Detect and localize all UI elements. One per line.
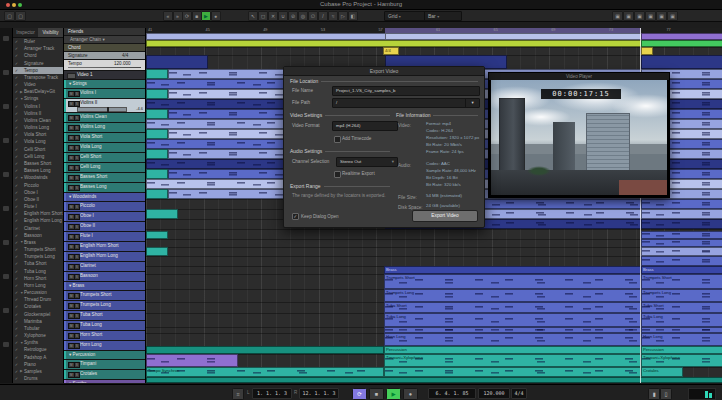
rail-icon[interactable] bbox=[3, 274, 9, 279]
track-header[interactable]: MSTrumpets Short bbox=[64, 291, 145, 301]
line-tool[interactable]: ≈ bbox=[328, 11, 338, 21]
clip[interactable]: Tuba Long bbox=[641, 313, 722, 327]
clip[interactable] bbox=[641, 239, 722, 247]
clip[interactable] bbox=[384, 327, 641, 333]
clip[interactable]: Horn Long bbox=[384, 333, 641, 346]
visibility-item[interactable]: ✓Chord bbox=[13, 52, 63, 59]
track-header[interactable]: Tempo120.000 bbox=[64, 60, 145, 71]
visibility-item[interactable]: ✓Tubular bbox=[13, 325, 63, 332]
play-tool[interactable]: ▷ bbox=[338, 11, 348, 21]
track-header[interactable]: MSTuba Long bbox=[64, 321, 145, 331]
object-selection-tool[interactable]: ↖ bbox=[248, 11, 258, 21]
tab-inspector[interactable]: Inspector bbox=[13, 28, 38, 37]
track-header[interactable]: MSCelli Short bbox=[64, 153, 145, 163]
track-header[interactable]: ▾ Woodwinds bbox=[64, 193, 145, 202]
visibility-item[interactable]: ✓Ruler bbox=[13, 38, 63, 45]
rail-icon[interactable] bbox=[3, 172, 9, 177]
play-button[interactable]: ▶ bbox=[386, 388, 401, 400]
left-locator-display[interactable]: 1. 1. 1. 3 bbox=[252, 388, 292, 399]
clip[interactable] bbox=[641, 40, 722, 47]
visibility-item[interactable]: ✓Tuba Short bbox=[13, 260, 63, 267]
track-header[interactable]: ▾ Strings bbox=[64, 80, 145, 89]
position-display[interactable]: 6. 4. 1. 85 bbox=[428, 388, 476, 399]
visibility-item[interactable]: ✓Crotales bbox=[13, 303, 63, 310]
visibility-item[interactable]: ✓Arranger Track bbox=[13, 45, 63, 52]
track-header[interactable]: Arranger Chain ▾ bbox=[64, 36, 145, 44]
visibility-item[interactable]: ✓Tempo bbox=[13, 67, 63, 74]
clip[interactable]: Tuba Short bbox=[641, 302, 722, 313]
tempo-display[interactable]: 120.000 bbox=[478, 388, 510, 399]
track-header[interactable]: Friends bbox=[64, 28, 145, 36]
visibility-item[interactable]: ✓▼Percussion bbox=[13, 289, 63, 296]
clip[interactable] bbox=[146, 179, 286, 189]
snap-type-button[interactable]: ▣ bbox=[623, 11, 634, 21]
track-header[interactable]: MSViolins Long bbox=[64, 123, 145, 133]
rewind-button[interactable]: « bbox=[163, 11, 173, 21]
clip[interactable] bbox=[146, 149, 168, 159]
workspace-right-button[interactable]: ▢ bbox=[15, 11, 26, 21]
clip[interactable]: Trumpets Short bbox=[384, 274, 641, 289]
clip[interactable] bbox=[146, 354, 238, 367]
quantize-dropdown[interactable]: Bar ▾ bbox=[424, 11, 462, 21]
rail-icon[interactable] bbox=[3, 70, 9, 75]
track-header[interactable]: ▾ Brass bbox=[64, 282, 145, 291]
visibility-item[interactable]: ✓Horn Short bbox=[13, 275, 63, 282]
draw-tool[interactable]: / bbox=[318, 11, 328, 21]
clip[interactable]: Tuba Short bbox=[384, 302, 641, 313]
clip[interactable] bbox=[146, 189, 168, 199]
volume-slider[interactable] bbox=[77, 107, 127, 112]
record-button[interactable]: ● bbox=[211, 11, 221, 21]
clip[interactable] bbox=[146, 169, 168, 179]
arranger-chain-dropdown[interactable]: Arranger Chain ▾ bbox=[70, 37, 105, 42]
clip[interactable]: Trumpets Short bbox=[641, 274, 722, 289]
clip[interactable] bbox=[146, 159, 286, 169]
visibility-item[interactable]: ✓Basses Short bbox=[13, 160, 63, 167]
visibility-item[interactable]: ✓Violins Clean bbox=[13, 117, 63, 124]
file-path-input[interactable]: / bbox=[332, 98, 471, 108]
clip[interactable] bbox=[146, 129, 168, 139]
keep-dialog-open-checkbox[interactable]: ✓ bbox=[292, 213, 299, 220]
clip[interactable] bbox=[146, 231, 168, 239]
clip[interactable] bbox=[146, 40, 643, 47]
track-header[interactable]: MSBasses Long bbox=[64, 183, 145, 193]
clip[interactable] bbox=[641, 55, 722, 69]
clip[interactable]: Brass bbox=[384, 266, 641, 274]
track-header[interactable]: ▾ Percussion bbox=[64, 351, 145, 360]
clip[interactable] bbox=[641, 256, 722, 266]
visibility-item[interactable]: ✓Retrologue bbox=[13, 346, 63, 353]
rail-icon[interactable] bbox=[3, 138, 9, 143]
track-header[interactable]: MSEnglish Horn Long bbox=[64, 252, 145, 262]
track-header[interactable]: Signature4/4 bbox=[64, 52, 145, 60]
clip[interactable]: Tempo Synchron bbox=[146, 367, 384, 377]
cycle-button[interactable]: ⟳ bbox=[352, 388, 367, 400]
track-header[interactable]: MSTimpani bbox=[64, 360, 145, 370]
export-video-button[interactable]: Export Video bbox=[412, 210, 478, 222]
right-locator-display[interactable]: 12. 1. 1. 3 bbox=[299, 388, 339, 399]
clip[interactable] bbox=[641, 209, 722, 219]
clip[interactable]: Timpani+Xylophone bbox=[641, 354, 722, 367]
video-format-value[interactable]: mp4 (H.264) bbox=[332, 121, 398, 131]
track-header[interactable]: MSHorn Short bbox=[64, 331, 145, 341]
zoom-tool[interactable]: ◎ bbox=[298, 11, 308, 21]
visibility-item[interactable]: ✓▼Brass bbox=[13, 239, 63, 246]
keyboard-icon[interactable]: ⌗ bbox=[232, 388, 244, 400]
rail-icon[interactable] bbox=[3, 206, 9, 211]
clip[interactable] bbox=[385, 33, 643, 40]
visibility-item[interactable]: ✓Tuba Long bbox=[13, 268, 63, 275]
visibility-item[interactable]: ✓Oboe I bbox=[13, 189, 63, 196]
visibility-item[interactable]: ✓Drums bbox=[13, 375, 63, 382]
visibility-item[interactable]: ✓Viola Long bbox=[13, 138, 63, 145]
lower-zone-toggle-button[interactable]: ▣ bbox=[645, 11, 656, 21]
rail-icon[interactable] bbox=[3, 240, 9, 245]
visibility-item[interactable]: ✓▼Woodwinds bbox=[13, 174, 63, 181]
forward-button[interactable]: » bbox=[173, 11, 183, 21]
track-header[interactable]: MSViola Short bbox=[64, 133, 145, 143]
video-player-window[interactable]: Video Player 00:00:17:15 bbox=[488, 72, 670, 198]
track-header[interactable]: Chord bbox=[64, 44, 145, 52]
clip[interactable]: Tuba Long bbox=[384, 313, 641, 327]
clip[interactable]: Trumpets Long bbox=[641, 289, 722, 302]
visibility-item[interactable]: ✓Marimba bbox=[13, 318, 63, 325]
visibility-item[interactable]: ✓English Horn Short bbox=[13, 210, 63, 217]
visibility-item[interactable]: ✓Trumpets Long bbox=[13, 253, 63, 260]
visibility-item[interactable]: ✓Piano bbox=[13, 361, 63, 368]
